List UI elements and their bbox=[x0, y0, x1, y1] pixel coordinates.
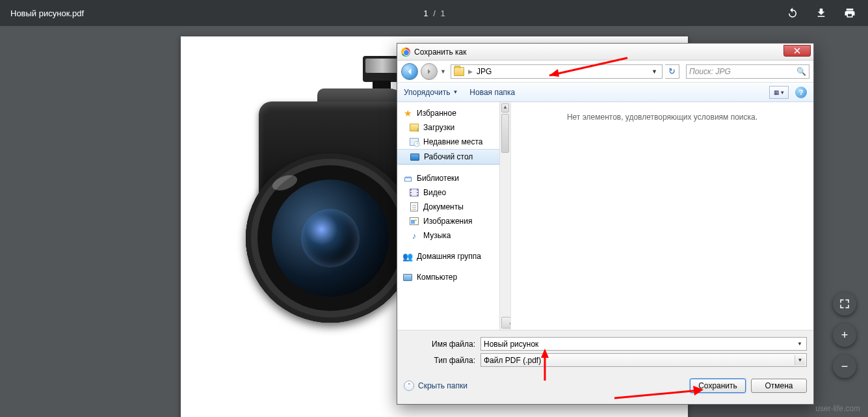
tree-libraries[interactable]: 🗃Библиотеки bbox=[397, 171, 510, 185]
tree-video[interactable]: Видео bbox=[397, 185, 510, 200]
rotate-button[interactable] bbox=[785, 5, 800, 21]
nav-history-dropdown[interactable]: ▼ bbox=[440, 68, 448, 75]
address-folder-name[interactable]: JPG bbox=[477, 67, 492, 76]
star-icon: ★ bbox=[402, 108, 413, 118]
downloads-icon bbox=[410, 124, 419, 131]
libraries-icon: 🗃 bbox=[402, 173, 413, 183]
recent-icon bbox=[410, 138, 419, 146]
filename-label: Имя файла: bbox=[404, 340, 475, 349]
organize-menu[interactable]: Упорядочить▼ bbox=[404, 88, 458, 97]
page-indicator: 1 / 1 bbox=[84, 8, 785, 18]
computer-icon bbox=[403, 274, 412, 281]
nav-back-button[interactable] bbox=[401, 63, 418, 80]
video-icon bbox=[410, 189, 419, 196]
page-current: 1 bbox=[423, 8, 428, 18]
dialog-bottom: Имя файла: Новый рисунок ▼ Тип файла: Фа… bbox=[397, 330, 813, 399]
document-title: Новый рисунок.pdf bbox=[10, 8, 84, 18]
watermark: user-life.com bbox=[815, 404, 860, 413]
homegroup-icon: 👥 bbox=[402, 251, 413, 262]
dialog-toolbar: Упорядочить▼ Новая папка ▦ ▾ ? bbox=[397, 83, 813, 102]
search-input[interactable]: Поиск: JPG 🔍 bbox=[686, 64, 809, 79]
tree-music[interactable]: ♪Музыка bbox=[397, 228, 510, 243]
filetype-dropdown[interactable]: ▼ bbox=[795, 355, 805, 365]
tree-homegroup[interactable]: 👥Домашняя группа bbox=[397, 249, 510, 263]
hide-folders-toggle[interactable]: ˄ Скрыть папки bbox=[404, 381, 467, 391]
download-button[interactable] bbox=[813, 5, 829, 21]
camera-lens-icon bbox=[246, 154, 415, 323]
tree-favorites[interactable]: ★Избранное bbox=[397, 106, 510, 120]
image-icon bbox=[410, 217, 419, 225]
nav-tree: ★Избранное Загрузки Недавние места Рабоч… bbox=[397, 102, 511, 330]
fit-to-page-button[interactable] bbox=[833, 292, 856, 316]
chevron-up-icon: ˄ bbox=[404, 381, 414, 391]
dialog-title: Сохранить как bbox=[414, 47, 466, 57]
dialog-titlebar[interactable]: Сохранить как bbox=[397, 44, 813, 61]
scroll-up-button[interactable]: ▲ bbox=[501, 103, 509, 113]
scroll-thumb[interactable] bbox=[501, 114, 509, 153]
tree-recent[interactable]: Недавние места bbox=[397, 135, 510, 149]
address-dropdown[interactable]: ▼ bbox=[650, 68, 659, 75]
filetype-label: Тип файла: bbox=[404, 356, 475, 365]
search-icon[interactable]: 🔍 bbox=[796, 67, 806, 76]
breadcrumb-separator-icon: ▶ bbox=[468, 68, 473, 75]
cancel-button[interactable]: Отмена bbox=[751, 379, 807, 393]
document-icon bbox=[410, 202, 418, 211]
zoom-controls: + − bbox=[833, 292, 856, 378]
new-folder-button[interactable]: Новая папка bbox=[469, 88, 515, 97]
refresh-button[interactable]: ↻ bbox=[665, 64, 679, 79]
folder-icon bbox=[454, 67, 464, 76]
zoom-in-button[interactable]: + bbox=[833, 323, 856, 347]
tree-scrollbar[interactable]: ▲ ▼ bbox=[499, 102, 510, 330]
music-icon: ♪ bbox=[409, 230, 419, 241]
scroll-down-button[interactable]: ▼ bbox=[501, 317, 511, 329]
save-as-dialog: Сохранить как ▼ ▶ JPG ▼ ↻ Поиск: JPG 🔍 У… bbox=[397, 43, 814, 405]
nav-row: ▼ ▶ JPG ▼ ↻ Поиск: JPG 🔍 bbox=[397, 61, 813, 83]
nav-forward-button[interactable] bbox=[421, 63, 438, 80]
tree-desktop[interactable]: Рабочий стол bbox=[397, 149, 510, 165]
view-options-button[interactable]: ▦ ▾ bbox=[769, 86, 789, 99]
desktop-icon bbox=[410, 154, 419, 161]
tree-downloads[interactable]: Загрузки bbox=[397, 120, 510, 135]
page-total: 1 bbox=[440, 8, 445, 18]
tree-documents[interactable]: Документы bbox=[397, 200, 510, 214]
tree-computer[interactable]: Компьютер bbox=[397, 270, 510, 284]
dialog-body: ★Избранное Загрузки Недавние места Рабоч… bbox=[397, 102, 813, 330]
close-button[interactable] bbox=[783, 45, 811, 57]
file-list-empty: Нет элементов, удовлетворяющих условиям … bbox=[511, 102, 813, 330]
pdf-viewer-toolbar: Новый рисунок.pdf 1 / 1 bbox=[0, 0, 868, 26]
filename-input[interactable]: Новый рисунок ▼ bbox=[480, 337, 807, 351]
address-bar[interactable]: ▶ JPG ▼ bbox=[451, 64, 663, 79]
tree-images[interactable]: Изображения bbox=[397, 214, 510, 228]
filename-dropdown[interactable]: ▼ bbox=[795, 339, 805, 349]
help-button[interactable]: ? bbox=[795, 87, 807, 98]
camera-flash-icon bbox=[363, 56, 402, 82]
filetype-select[interactable]: Файл PDF (.pdf) ▼ bbox=[480, 353, 807, 367]
chrome-icon bbox=[401, 47, 410, 57]
save-button[interactable]: Сохранить bbox=[690, 379, 746, 393]
zoom-out-button[interactable]: − bbox=[833, 355, 856, 378]
print-button[interactable] bbox=[842, 5, 858, 21]
